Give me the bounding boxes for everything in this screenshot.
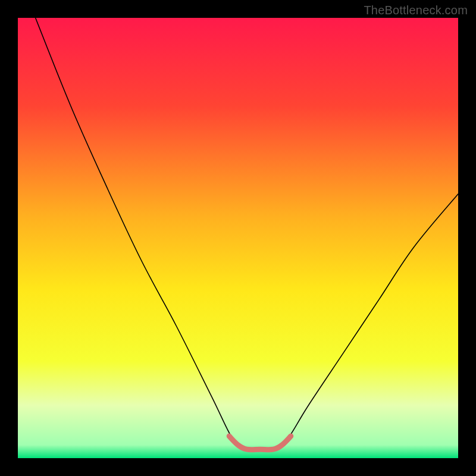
gradient-background [18,18,458,458]
chart-svg [18,18,458,458]
watermark-text: TheBottleneck.com [364,4,468,17]
bottleneck-chart [18,18,458,458]
